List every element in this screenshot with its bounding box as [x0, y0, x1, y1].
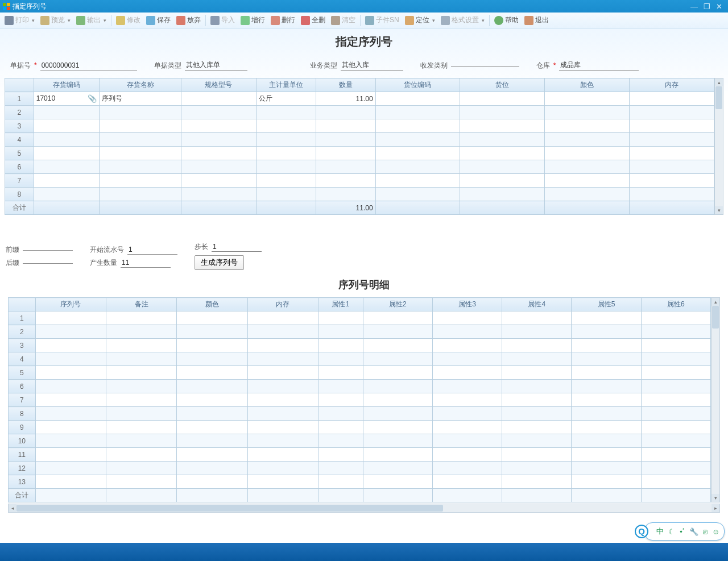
serial-grid-wrap: 序列号备注颜色内存属性1属性2属性3属性4属性5属性6 123456789101…	[8, 297, 720, 502]
tray-moon-icon[interactable]: ☾	[668, 527, 675, 536]
delall-button[interactable]: 全删	[299, 14, 328, 26]
gen-form: 前缀 后缀 开始流水号 1 产生数量 11 步长 1 生成序列号	[0, 239, 728, 273]
step-input[interactable]: 1	[212, 242, 262, 252]
tray-skin-icon[interactable]: ⎚	[703, 527, 708, 536]
import-button[interactable]: 导入	[208, 14, 237, 26]
col-header[interactable]: 颜色	[545, 78, 630, 92]
serial-grid-hscroll[interactable]: ◂▸	[8, 504, 720, 513]
col-header[interactable]: 备注	[106, 298, 176, 311]
window-controls: — ❐ ✕	[690, 2, 726, 11]
count-input[interactable]: 11	[121, 258, 171, 268]
preview-button[interactable]: 预览	[38, 14, 73, 26]
biz-type-value[interactable]: 其他入库	[341, 60, 403, 71]
table-row[interactable]: 7	[9, 393, 711, 407]
minimize-button[interactable]: —	[690, 2, 698, 11]
table-row[interactable]: 7	[5, 174, 714, 188]
col-header[interactable]: 主计量单位	[257, 78, 316, 92]
tray-wrench-icon[interactable]: 🔧	[689, 527, 698, 536]
serial-grid[interactable]: 序列号备注颜色内存属性1属性2属性3属性4属性5属性6 123456789101…	[8, 297, 711, 502]
col-header[interactable]: 数量	[316, 78, 375, 92]
edit-button[interactable]: 修改	[114, 14, 143, 26]
locate-button[interactable]: 定位	[403, 14, 437, 26]
ime-tray[interactable]: Q 中 ☾ •ʾ 🔧 ⎚ ☺	[644, 522, 725, 541]
close-button[interactable]: ✕	[716, 2, 722, 11]
table-row[interactable]: 5	[5, 147, 714, 160]
table-row[interactable]: 3	[9, 339, 711, 352]
prefix-input[interactable]	[23, 249, 73, 251]
table-row[interactable]: 1 17010📎 序列号公斤 11.00	[5, 92, 714, 106]
maximize-button[interactable]: ❐	[704, 2, 710, 11]
suffix-input[interactable]	[23, 262, 73, 264]
addrow-button[interactable]: 增行	[238, 14, 267, 26]
col-header[interactable]: 存货编码	[34, 78, 100, 92]
table-row[interactable]: 6	[5, 160, 714, 174]
col-header[interactable]: 属性5	[572, 298, 641, 311]
items-grid-wrap: 存货编码存货名称规格型号主计量单位数量货位编码货位颜色内存 1 17010📎 序…	[5, 78, 723, 215]
col-header[interactable]: 序列号	[35, 298, 106, 311]
col-header[interactable]: 属性3	[432, 298, 502, 311]
header-form: 单据号* 0000000031 单据类型 其他入库单 业务类型 其他入库 收发类…	[0, 57, 728, 77]
table-row[interactable]: 10	[9, 434, 711, 448]
table-row[interactable]: 5	[9, 366, 711, 380]
save-button[interactable]: 保存	[144, 14, 173, 26]
table-row[interactable]: 12	[9, 462, 711, 475]
format-button[interactable]: 格式设置	[439, 14, 487, 26]
export-button[interactable]: 输出	[74, 14, 109, 26]
doc-type-value[interactable]: 其他入库单	[185, 60, 247, 71]
table-row[interactable]: 9	[9, 421, 711, 434]
exit-button[interactable]: 退出	[522, 14, 551, 26]
col-header[interactable]: 规格型号	[181, 78, 256, 92]
io-type-value[interactable]	[451, 65, 519, 67]
help-button[interactable]: 帮助	[492, 14, 521, 26]
startno-input[interactable]: 1	[127, 245, 177, 255]
discard-icon	[176, 16, 185, 25]
doc-no-value[interactable]: 0000000031	[40, 61, 137, 70]
items-grid[interactable]: 存货编码存货名称规格型号主计量单位数量货位编码货位颜色内存 1 17010📎 序…	[5, 78, 714, 215]
table-row[interactable]: 11	[9, 448, 711, 462]
warehouse-field: 仓库* 成品库	[536, 60, 639, 71]
col-header[interactable]: 属性4	[502, 298, 572, 311]
generate-button[interactable]: 生成序列号	[195, 255, 244, 270]
total-row: 合计	[9, 489, 711, 502]
delrow-icon	[271, 16, 280, 25]
col-header[interactable]: 内存	[630, 78, 714, 92]
col-header[interactable]: 存货名称	[100, 78, 181, 92]
sn-button[interactable]: 子件SN	[363, 14, 402, 26]
table-row[interactable]: 8	[9, 407, 711, 421]
table-row[interactable]: 1	[9, 311, 711, 325]
ime-mode[interactable]: 中	[656, 526, 664, 537]
tray-smile-icon[interactable]: ☺	[712, 527, 719, 536]
print-icon	[5, 16, 14, 25]
col-header[interactable]: 属性6	[641, 298, 710, 311]
save-icon	[146, 16, 155, 25]
col-header[interactable]: 货位编码	[375, 78, 460, 92]
table-row[interactable]: 4	[5, 133, 714, 147]
table-row[interactable]: 2	[5, 106, 714, 119]
table-row[interactable]: 13	[9, 475, 711, 489]
warehouse-value[interactable]: 成品库	[559, 60, 639, 71]
items-grid-vscroll[interactable]: ▴▾	[714, 78, 723, 215]
tray-punct-icon[interactable]: •ʾ	[680, 527, 685, 536]
table-row[interactable]: 6	[9, 380, 711, 393]
table-row[interactable]: 8	[5, 188, 714, 201]
col-header[interactable]: 属性2	[363, 298, 432, 311]
discard-button[interactable]: 放弃	[174, 14, 203, 26]
print-button[interactable]: 打印	[2, 14, 37, 26]
taskbar	[0, 543, 728, 561]
table-row[interactable]: 3	[5, 119, 714, 133]
total-row: 合计11.00	[5, 201, 714, 215]
attachment-icon[interactable]: 📎	[88, 94, 97, 103]
table-row[interactable]: 2	[9, 325, 711, 339]
toolbar: 打印 预览 输出 修改 保存 放弃 导入 增行 删行 全删 清空 子件SN 定位…	[0, 13, 728, 28]
sn-icon	[365, 16, 374, 25]
col-header[interactable]: 货位	[460, 78, 545, 92]
table-row[interactable]: 4	[9, 352, 711, 366]
q-icon: Q	[635, 525, 648, 538]
col-header[interactable]: 属性1	[318, 298, 363, 311]
col-header[interactable]: 内存	[247, 298, 318, 311]
clear-button[interactable]: 清空	[329, 14, 358, 26]
window-title: 指定序列号	[13, 2, 47, 11]
serial-grid-vscroll[interactable]: ▴▾	[711, 297, 720, 502]
delrow-button[interactable]: 删行	[268, 14, 297, 26]
col-header[interactable]: 颜色	[177, 298, 247, 311]
